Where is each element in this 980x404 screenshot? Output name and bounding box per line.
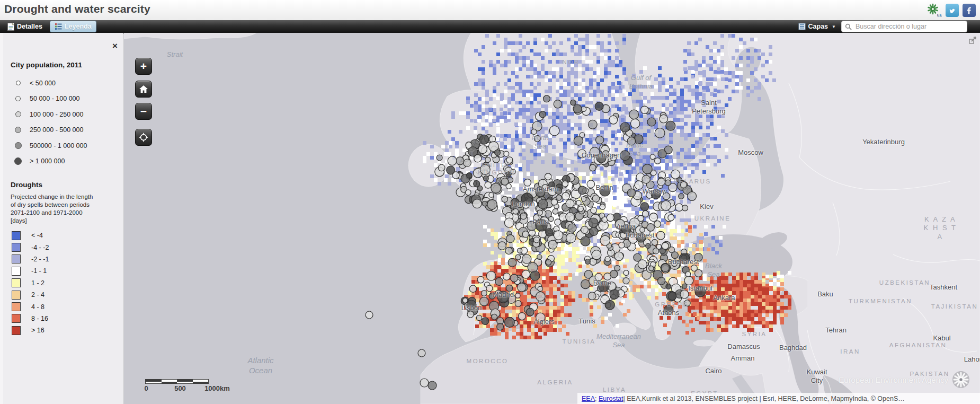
city-dot[interactable] [482, 291, 487, 296]
city-dot[interactable] [657, 277, 665, 285]
city-dot[interactable] [600, 186, 610, 196]
city-dot[interactable] [513, 209, 519, 215]
city-dot[interactable] [436, 155, 442, 161]
city-dot[interactable] [581, 197, 586, 201]
details-button[interactable]: Detalles [3, 21, 47, 32]
city-dot[interactable] [489, 192, 494, 197]
city-dot[interactable] [666, 284, 671, 289]
city-dot[interactable] [669, 247, 674, 253]
city-dot[interactable] [635, 181, 643, 189]
city-dot[interactable] [581, 236, 590, 246]
city-dot[interactable] [505, 247, 512, 254]
city-dot[interactable] [649, 266, 654, 270]
city-dot[interactable] [660, 115, 668, 123]
city-dot[interactable] [522, 231, 529, 238]
city-dot[interactable] [600, 235, 610, 245]
city-dot[interactable] [464, 159, 471, 167]
city-dot[interactable] [533, 215, 539, 221]
city-dot[interactable] [474, 181, 480, 187]
search-input[interactable] [854, 22, 964, 31]
city-dot[interactable] [497, 323, 504, 330]
city-dot[interactable] [580, 133, 584, 137]
city-dot[interactable] [599, 281, 609, 292]
city-dot[interactable] [480, 164, 490, 174]
city-dot[interactable] [662, 242, 669, 249]
city-dot[interactable] [438, 164, 445, 171]
city-dot[interactable] [656, 231, 665, 240]
city-dot[interactable] [466, 190, 471, 196]
city-dot[interactable] [581, 226, 589, 234]
city-dot[interactable] [537, 210, 542, 215]
city-dot[interactable] [536, 187, 545, 197]
city-dot[interactable] [621, 224, 631, 234]
city-dot[interactable] [627, 189, 635, 197]
city-dot[interactable] [545, 173, 551, 180]
attribution-link-eea[interactable]: EEA [582, 395, 595, 402]
city-dot[interactable] [467, 311, 474, 318]
city-dot[interactable] [468, 147, 478, 156]
city-dot[interactable] [649, 213, 658, 222]
city-dot[interactable] [456, 157, 464, 165]
city-dot[interactable] [501, 178, 509, 186]
city-dot[interactable] [538, 286, 542, 291]
home-button[interactable] [135, 81, 152, 98]
city-dot[interactable] [600, 204, 605, 209]
city-dot[interactable] [661, 264, 669, 271]
city-dot[interactable] [553, 209, 558, 214]
city-dot[interactable] [578, 206, 583, 212]
city-dot[interactable] [536, 313, 545, 322]
city-dot[interactable] [691, 265, 697, 271]
city-dot[interactable] [503, 273, 510, 280]
city-dot[interactable] [515, 254, 521, 260]
city-dot[interactable] [652, 239, 657, 245]
city-dot[interactable] [668, 292, 676, 301]
search-box[interactable] [841, 21, 967, 32]
city-dot[interactable] [418, 349, 425, 357]
city-dot[interactable] [527, 221, 537, 231]
city-dot[interactable] [555, 187, 562, 194]
city-dot[interactable] [592, 195, 599, 202]
city-dot[interactable] [518, 313, 525, 320]
city-dot[interactable] [566, 233, 576, 243]
city-dot[interactable] [627, 137, 635, 145]
city-dot[interactable] [526, 308, 534, 316]
city-dot[interactable] [620, 151, 630, 161]
city-dot[interactable] [544, 95, 550, 102]
city-dot[interactable] [531, 129, 537, 134]
city-dot[interactable] [521, 193, 533, 205]
city-dot[interactable] [510, 274, 518, 282]
city-dot[interactable] [495, 278, 503, 286]
city-dot[interactable] [549, 126, 559, 136]
city-dot[interactable] [646, 243, 651, 248]
city-dot[interactable] [536, 219, 547, 231]
city-dot[interactable] [640, 227, 645, 232]
city-dot[interactable] [587, 180, 595, 188]
city-dot[interactable] [573, 104, 582, 113]
city-dot[interactable] [554, 100, 562, 108]
city-dot[interactable] [546, 229, 553, 236]
city-dot[interactable] [504, 317, 514, 327]
city-dot[interactable] [578, 150, 586, 158]
city-dot[interactable] [537, 254, 542, 259]
city-dot[interactable] [585, 259, 591, 265]
city-dot[interactable] [578, 186, 586, 195]
city-dot[interactable] [630, 119, 639, 128]
city-dot[interactable] [506, 157, 513, 163]
city-dot[interactable] [680, 182, 687, 188]
city-dot[interactable] [502, 196, 507, 202]
city-dot[interactable] [610, 155, 617, 161]
city-dot[interactable] [477, 276, 484, 283]
city-dot[interactable] [671, 170, 680, 179]
city-dot[interactable] [590, 164, 596, 171]
city-dot[interactable] [524, 179, 531, 186]
city-dot[interactable] [675, 204, 683, 211]
city-dot[interactable] [619, 242, 625, 248]
city-dot[interactable] [366, 311, 373, 319]
city-dot[interactable] [591, 207, 597, 214]
city-dot[interactable] [539, 111, 546, 118]
city-dot[interactable] [497, 291, 509, 303]
city-dot[interactable] [530, 271, 540, 280]
city-dot[interactable] [508, 258, 516, 267]
city-dot[interactable] [492, 314, 497, 320]
city-dot[interactable] [592, 250, 601, 260]
